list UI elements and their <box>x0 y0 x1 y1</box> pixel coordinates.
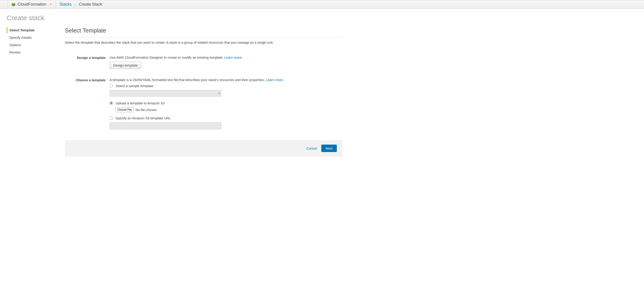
design-template-button[interactable]: Design template <box>110 62 141 69</box>
radio-sample-row[interactable]: Select a sample template <box>110 84 342 88</box>
service-dropdown[interactable]: CloudFormation <box>8 0 56 9</box>
breadcrumb-separator: › <box>75 3 76 6</box>
next-button[interactable]: Next <box>321 145 337 152</box>
section-title: Select Template <box>65 27 342 34</box>
design-learn-more-link[interactable]: Learn more. <box>224 56 242 59</box>
steps-nav: Select Template Specify Details Options … <box>7 27 65 156</box>
chevron-down-icon <box>50 3 52 6</box>
main-content: Select Template Select the template that… <box>65 27 342 156</box>
section-description: Select the template that describes the s… <box>65 41 342 44</box>
select-arrows-icon: ▴▾ <box>219 92 220 95</box>
step-review[interactable]: Review <box>7 49 65 55</box>
cancel-button[interactable]: Cancel <box>306 146 317 150</box>
page-title: Create stack <box>7 14 342 22</box>
service-name: CloudFormation <box>18 2 46 7</box>
step-specify-details[interactable]: Specify Details <box>7 35 65 41</box>
design-template-label: Design a template <box>65 56 110 69</box>
breadcrumb-stacks-link[interactable]: Stacks <box>60 2 72 7</box>
radio-url-label: Specify an Amazon S3 template URL <box>116 116 171 120</box>
design-template-row: Design a template Use AWS CloudFormation… <box>65 56 342 69</box>
s3-url-input <box>110 122 222 129</box>
radio-sample-label: Select a sample template <box>116 84 153 88</box>
file-status: No file chosen <box>136 108 157 112</box>
choose-template-label: Choose a template <box>65 78 110 129</box>
choose-learn-more-link[interactable]: Learn more. <box>266 78 284 82</box>
radio-url[interactable] <box>110 116 113 120</box>
choose-template-row: Choose a template A template is a JSON/Y… <box>65 78 342 129</box>
step-select-template[interactable]: Select Template <box>7 27 65 33</box>
sample-template-select: ▴▾ <box>110 90 222 97</box>
step-options[interactable]: Options <box>7 42 65 48</box>
radio-sample[interactable] <box>110 84 113 88</box>
topbar: CloudFormation Stacks › Create Stack <box>0 0 644 9</box>
radio-upload-row[interactable]: Upload a template to Amazon S3 <box>110 101 342 105</box>
cloudformation-icon <box>12 3 16 7</box>
radio-upload-label: Upload a template to Amazon S3 <box>116 101 164 105</box>
breadcrumb-current: Create Stack <box>79 2 102 7</box>
choose-template-text: A template is a JSON/YAML-formatted text… <box>110 78 342 82</box>
breadcrumb: Stacks › Create Stack <box>56 2 102 7</box>
radio-url-row[interactable]: Specify an Amazon S3 template URL <box>110 116 342 120</box>
design-template-text: Use AWS CloudFormation Designer to creat… <box>110 56 342 59</box>
footer-actions: Cancel Next <box>65 140 342 156</box>
file-upload-row: Choose File No file chosen <box>116 107 342 112</box>
choose-file-button[interactable]: Choose File <box>116 107 134 112</box>
radio-upload[interactable] <box>110 101 113 105</box>
